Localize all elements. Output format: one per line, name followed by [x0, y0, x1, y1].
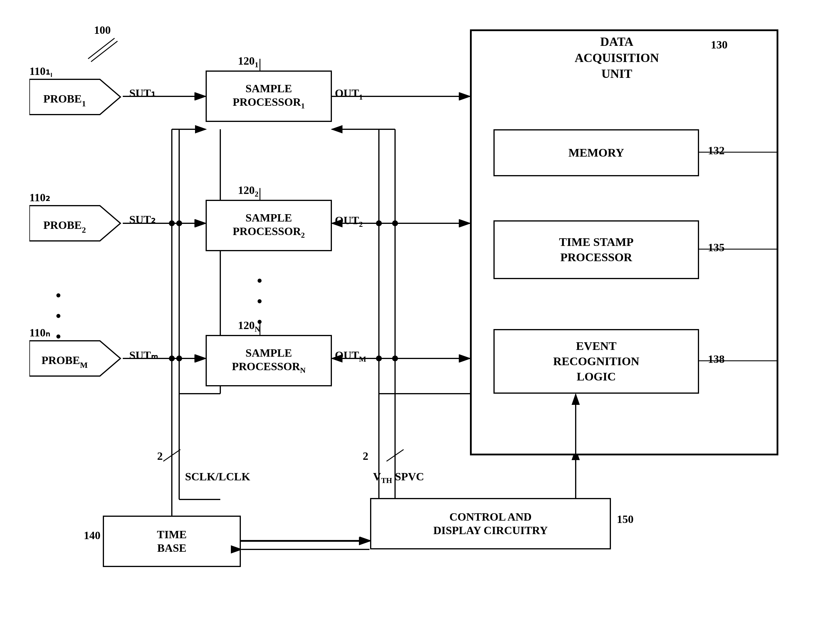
vth-spvc-label: VTH SPVC: [373, 470, 424, 485]
sample-processor-N: SAMPLEPROCESSORN: [205, 335, 332, 386]
sut1-label: SUT₁: [129, 87, 155, 100]
ref-120-2: 1202: [238, 184, 259, 199]
memory-box: MEMORY: [493, 129, 699, 176]
dau-label: DATAACQUISITIONUNIT: [514, 34, 720, 82]
tsp-box: TIME STAMPPROCESSOR: [493, 220, 699, 279]
svg-point-18: [376, 220, 382, 226]
ref-120-1: 1201: [238, 54, 259, 69]
svg-point-30: [176, 220, 182, 226]
ref-132: 132: [708, 144, 725, 157]
sample-processor-2: SAMPLEPROCESSOR2: [205, 200, 332, 251]
sutM-label: SUTₘ: [129, 349, 158, 362]
probe2-shape: PROBE2: [29, 203, 123, 244]
svg-point-54: [392, 220, 398, 226]
sut2-label: SUT₂: [129, 213, 155, 226]
probeM-shape: PROBEM: [29, 338, 123, 379]
svg-point-32: [176, 356, 182, 361]
svg-line-52: [386, 449, 403, 461]
out1-label: OUT1: [335, 87, 363, 102]
dots-sp: •••: [257, 270, 262, 332]
svg-point-20: [376, 356, 382, 361]
outM-label: OUTM: [335, 349, 366, 364]
sample-processor-1: SAMPLEPROCESSOR1: [205, 71, 332, 122]
svg-point-56: [392, 356, 398, 361]
svg-line-68: [91, 41, 118, 62]
erl-box: EVENTRECOGNITIONLOGIC: [493, 329, 699, 394]
ref-110-1: 110₁: [29, 64, 50, 78]
svg-point-49: [169, 356, 175, 361]
timebase-box: TIMEBASE: [103, 515, 241, 567]
ref-138: 138: [708, 353, 725, 365]
ref-2b: 2: [363, 449, 368, 462]
ref-130: 130: [711, 38, 728, 51]
out2-label: OUT2: [335, 214, 363, 229]
sclk-label: SCLK/LCLK: [185, 470, 250, 483]
ref-100: 100: [94, 23, 111, 37]
control-box: CONTROL ANDDISPLAY CIRCUITRY: [370, 498, 611, 549]
svg-line-4: [88, 38, 115, 59]
dots-probe: •••: [56, 285, 61, 347]
ref-2a: 2: [157, 449, 163, 462]
ref-150: 150: [617, 513, 633, 526]
svg-line-45: [163, 449, 180, 461]
probe1-shape: PROBE1: [29, 77, 123, 118]
ref-110-2: 110₂: [29, 191, 50, 204]
svg-point-47: [169, 220, 175, 226]
ref-110-N: 110ₙ: [29, 326, 50, 339]
ref-135: 135: [708, 241, 725, 254]
ref-140: 140: [84, 529, 100, 542]
